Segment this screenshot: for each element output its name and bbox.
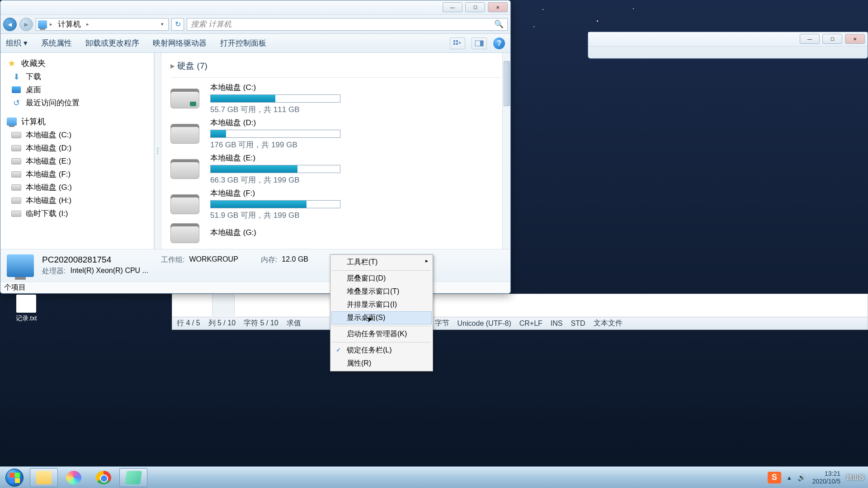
star-icon: ★ — [7, 59, 17, 68]
recent-icon: ↺ — [11, 99, 21, 108]
ctx-show-desktop[interactable]: 显示桌面(S) — [331, 311, 432, 324]
check-icon: ✓ — [336, 346, 341, 353]
view-icon — [453, 40, 462, 47]
svg-rect-0 — [453, 40, 455, 42]
maximize-button[interactable]: ☐ — [465, 2, 485, 12]
ctx-lock-taskbar[interactable]: ✓锁定任务栏(L) — [331, 344, 432, 357]
breadcrumb-computer[interactable]: 计算机 — [55, 19, 84, 29]
drive-name: 本地磁盘 (G:) — [210, 227, 501, 238]
ctx-task-manager[interactable]: 启动任务管理器(K) — [331, 328, 432, 341]
taskbar-notes[interactable] — [119, 468, 147, 487]
drive-icon — [170, 89, 199, 108]
volume-icon[interactable]: 🔊 — [797, 474, 806, 482]
menu-separator — [332, 342, 431, 343]
taskbar[interactable]: S ▴ 🔊 13:21 2020/10/5 路由器 — [0, 466, 868, 488]
maximize-button[interactable]: ☐ — [822, 34, 842, 44]
windows-orb-icon — [5, 469, 24, 487]
navbar: ◄ ► ▸ 计算机 ▸ ▾ ↻ 搜索 计算机 🔍 — [0, 15, 510, 34]
background-window: — ☐ ✕ — [588, 32, 868, 59]
system-properties-button[interactable]: 系统属性 — [41, 38, 72, 48]
drive-icon — [170, 223, 199, 243]
drive-name: 本地磁盘 (C:) — [210, 82, 501, 93]
chevron-right-icon[interactable]: ▸ — [86, 21, 89, 27]
chrome-icon — [96, 471, 111, 484]
scrollbar-thumb[interactable] — [504, 61, 510, 106]
drive-item[interactable]: 本地磁盘 (D:)176 GB 可用，共 199 GB — [170, 117, 501, 150]
sidebar-item-drive[interactable]: 本地磁盘 (D:) — [0, 141, 154, 155]
titlebar[interactable]: — ☐ ✕ — [0, 0, 510, 15]
sidebar: ★收藏夹 ⬇下载 桌面 ↺最近访问的位置 计算机 本地磁盘 (C:)本地磁盘 (… — [0, 53, 154, 249]
explorer-window: — ☐ ✕ ◄ ► ▸ 计算机 ▸ ▾ ↻ 搜索 计算机 🔍 组织 ▾ 系统属性… — [0, 0, 511, 294]
sidebar-item-drive[interactable]: 本地磁盘 (C:) — [0, 128, 154, 141]
sidebar-item-recent[interactable]: ↺最近访问的位置 — [0, 96, 154, 109]
control-panel-button[interactable]: 打开控制面板 — [220, 38, 266, 48]
download-icon: ⬇ — [11, 72, 21, 81]
drive-item[interactable]: 本地磁盘 (C:)55.7 GB 可用，共 111 GB — [170, 82, 501, 115]
menu-separator — [332, 270, 431, 271]
help-button[interactable]: ? — [493, 38, 505, 49]
organize-button[interactable]: 组织 ▾ — [6, 38, 28, 48]
search-icon[interactable]: 🔍 — [494, 19, 504, 29]
sidebar-item-desktop[interactable]: 桌面 — [0, 83, 154, 96]
computer-icon — [7, 117, 17, 126]
minimize-button[interactable]: — — [443, 2, 462, 12]
section-header: ▸ 硬盘 (7) — [170, 57, 501, 78]
ime-indicator[interactable]: S — [768, 472, 781, 483]
ctx-toolbars[interactable]: 工具栏(T) — [331, 256, 432, 269]
taskbar-browser[interactable] — [60, 468, 88, 487]
svg-rect-2 — [453, 43, 455, 45]
drive-usage-text: 55.7 GB 可用，共 111 GB — [210, 104, 501, 115]
drive-icon — [11, 170, 21, 179]
drive-item[interactable]: 本地磁盘 (F:)51.9 GB 可用，共 199 GB — [170, 188, 501, 221]
usage-bar — [210, 130, 340, 138]
drive-icon — [11, 209, 21, 218]
drive-usage-text: 176 GB 可用，共 199 GB — [210, 140, 501, 150]
scrollbar-vertical[interactable] — [502, 53, 510, 249]
drive-icon — [170, 124, 199, 144]
sidebar-favorites[interactable]: ★收藏夹 — [0, 56, 154, 70]
usage-bar — [210, 94, 340, 103]
tray-clock[interactable]: 13:21 2020/10/5 — [812, 470, 840, 485]
taskbar-chrome[interactable] — [90, 468, 118, 487]
status-col: 列 5 / 10 — [208, 319, 236, 328]
nav-back-button[interactable]: ◄ — [3, 18, 17, 31]
preview-pane-button[interactable] — [472, 38, 487, 49]
drive-name: 本地磁盘 (E:) — [210, 153, 501, 163]
content-pane: ▸ 硬盘 (7) 本地磁盘 (C:)55.7 GB 可用，共 111 GB本地磁… — [161, 53, 510, 249]
address-bar[interactable]: ▸ 计算机 ▸ ▾ — [36, 18, 169, 31]
map-drive-button[interactable]: 映射网络驱动器 — [153, 38, 207, 48]
change-view-button[interactable] — [450, 38, 465, 49]
uninstall-button[interactable]: 卸载或更改程序 — [85, 38, 139, 48]
details-pane: PC202008281754 处理器: Intel(R) Xeon(R) CPU… — [0, 249, 510, 282]
sidebar-item-drive[interactable]: 本地磁盘 (E:) — [0, 155, 154, 168]
taskbar-explorer[interactable] — [30, 468, 58, 487]
drive-icon — [170, 194, 199, 214]
ctx-stack[interactable]: 堆叠显示窗口(T) — [331, 285, 432, 298]
sidebar-computer[interactable]: 计算机 — [0, 115, 154, 128]
sidebar-item-downloads[interactable]: ⬇下载 — [0, 70, 154, 83]
close-button[interactable]: ✕ — [488, 2, 508, 12]
memory-value: 12.0 GB — [282, 255, 308, 265]
drive-item[interactable]: 本地磁盘 (G:) — [170, 223, 501, 243]
ctx-cascade[interactable]: 层叠窗口(D) — [331, 272, 432, 285]
minimize-button[interactable]: — — [800, 34, 820, 44]
search-input[interactable]: 搜索 计算机 🔍 — [187, 18, 508, 31]
ctx-side-by-side[interactable]: 并排显示窗口(I) — [331, 298, 432, 311]
nav-forward-button[interactable]: ► — [19, 18, 33, 31]
address-dropdown-icon[interactable]: ▾ — [158, 21, 166, 27]
sidebar-resize-handle[interactable] — [154, 53, 161, 249]
ctx-properties[interactable]: 属性(R) — [331, 357, 432, 370]
sidebar-item-drive[interactable]: 临时下载 (I:) — [0, 207, 154, 220]
drive-icon — [170, 159, 199, 179]
sidebar-item-drive[interactable]: 本地磁盘 (G:) — [0, 181, 154, 194]
chevron-right-icon[interactable]: ▸ — [50, 21, 52, 27]
sidebar-item-drive[interactable]: 本地磁盘 (F:) — [0, 168, 154, 181]
desktop-file-icon[interactable]: 记录.txt — [13, 295, 40, 323]
tray-arrow-icon[interactable]: ▴ — [788, 474, 791, 482]
svg-rect-5 — [480, 41, 483, 46]
start-button[interactable] — [0, 467, 29, 488]
refresh-button[interactable]: ↻ — [171, 18, 184, 31]
sidebar-item-drive[interactable]: 本地磁盘 (H:) — [0, 194, 154, 207]
close-button[interactable]: ✕ — [845, 34, 865, 44]
drive-item[interactable]: 本地磁盘 (E:)66.3 GB 可用，共 199 GB — [170, 153, 501, 185]
